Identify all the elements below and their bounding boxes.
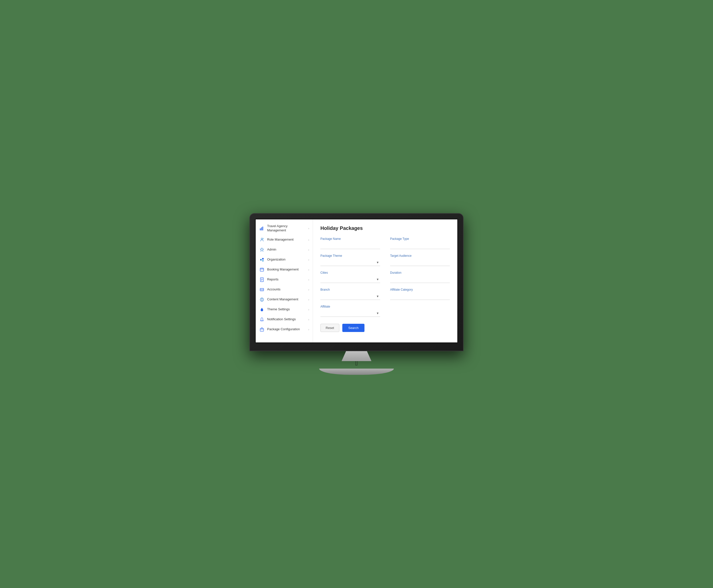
package-name-label: Package Name — [320, 237, 380, 240]
affiliate-select[interactable] — [320, 310, 380, 317]
package-type-group: Package Type — [390, 237, 450, 249]
svg-rect-1 — [261, 227, 262, 230]
search-form: Package Name Package Type Package Theme — [320, 237, 450, 317]
sidebar-item-booking-management[interactable]: Booking Management › — [256, 265, 313, 275]
sidebar-label-admin: Admin — [267, 248, 306, 252]
sidebar-label-content-management: Content Management — [267, 297, 306, 301]
sidebar-label-accounts: Accounts — [267, 288, 306, 292]
svg-rect-17 — [260, 288, 264, 291]
chevron-right-icon: › — [308, 238, 309, 241]
sidebar-item-notification-settings[interactable]: Notification Settings › — [256, 315, 313, 324]
svg-point-3 — [261, 238, 263, 239]
package-theme-group: Package Theme ▼ — [320, 254, 380, 266]
sidebar-item-reports[interactable]: Reports › — [256, 275, 313, 285]
affiliate-category-group: Affiliate Category — [390, 288, 450, 300]
branch-select-wrapper: ▼ — [320, 293, 380, 300]
package-name-input[interactable] — [320, 242, 380, 249]
empty-cell — [390, 305, 450, 317]
sidebar: Travel Agency Management › Role Manageme… — [256, 219, 313, 342]
organization-icon — [259, 257, 265, 262]
duration-label: Duration — [390, 271, 450, 274]
affiliate-category-label: Affiliate Category — [390, 288, 450, 291]
theme-icon — [259, 307, 265, 312]
chevron-right-icon: › — [308, 288, 309, 291]
affiliate-group: Affiliate ▼ — [320, 305, 380, 317]
svg-rect-9 — [260, 268, 264, 271]
sidebar-item-package-configuration[interactable]: Package Configuration › — [256, 324, 313, 334]
monitor-screen: Travel Agency Management › Role Manageme… — [255, 219, 458, 343]
branch-select[interactable] — [320, 293, 380, 300]
target-audience-input[interactable] — [390, 259, 450, 266]
sidebar-item-travel-agency-management[interactable]: Travel Agency Management › — [256, 222, 313, 235]
chevron-right-icon: › — [308, 318, 309, 321]
chevron-right-icon: › — [308, 268, 309, 271]
sidebar-item-admin[interactable]: Admin › — [256, 245, 313, 255]
svg-rect-25 — [260, 329, 264, 331]
sidebar-item-theme-settings[interactable]: Theme Settings › — [256, 304, 313, 315]
sidebar-label-booking-management: Booking Management — [267, 268, 306, 272]
chevron-right-icon: › — [308, 298, 309, 301]
svg-rect-8 — [262, 260, 264, 261]
package-type-label: Package Type — [390, 237, 450, 240]
search-button[interactable]: Search — [342, 324, 365, 332]
chevron-right-icon: › — [308, 328, 309, 331]
svg-rect-0 — [260, 228, 261, 230]
chevron-right-icon: › — [308, 227, 309, 230]
sidebar-label-role-management: Role Management — [267, 237, 306, 242]
affiliate-label: Affiliate — [320, 305, 380, 308]
svg-rect-7 — [262, 258, 264, 259]
notification-icon — [259, 317, 265, 322]
svg-point-4 — [263, 238, 264, 239]
reports-icon — [259, 277, 265, 282]
chevron-right-icon: › — [308, 248, 309, 251]
reset-button[interactable]: Reset — [320, 324, 339, 332]
cities-select-wrapper: ▼ — [320, 276, 380, 283]
duration-input[interactable] — [390, 276, 450, 283]
svg-rect-6 — [260, 259, 262, 260]
sidebar-label-organization: Organization — [267, 257, 306, 262]
svg-rect-2 — [262, 227, 263, 230]
sidebar-label-package-configuration: Package Configuration — [267, 327, 306, 332]
sidebar-item-content-management[interactable]: Content Management › — [256, 295, 313, 304]
form-actions: Reset Search — [320, 324, 450, 332]
main-content: Holiday Packages Package Name Package Ty… — [313, 219, 457, 342]
target-audience-label: Target Audience — [390, 254, 450, 257]
branch-group: Branch ▼ — [320, 288, 380, 300]
sidebar-item-accounts[interactable]: Accounts › — [256, 285, 313, 295]
chevron-right-icon: › — [308, 308, 309, 311]
svg-marker-5 — [260, 248, 264, 251]
package-theme-label: Package Theme — [320, 254, 380, 257]
role-icon — [259, 237, 265, 243]
chevron-right-icon: › — [308, 258, 309, 261]
package-theme-select-wrapper: ▼ — [320, 259, 380, 266]
accounts-icon — [259, 287, 265, 292]
target-audience-group: Target Audience — [390, 254, 450, 266]
page-title: Holiday Packages — [320, 225, 450, 231]
duration-group: Duration — [390, 271, 450, 283]
monitor-stand-neck — [342, 351, 371, 361]
branch-label: Branch — [320, 288, 380, 291]
sidebar-label-theme-settings: Theme Settings — [267, 307, 306, 312]
content-icon — [259, 297, 265, 302]
package-theme-select[interactable] — [320, 259, 380, 266]
affiliate-select-wrapper: ▼ — [320, 310, 380, 317]
sidebar-label-notification-settings: Notification Settings — [267, 317, 306, 321]
admin-icon — [259, 247, 265, 253]
sidebar-item-organization[interactable]: Organization › — [256, 255, 313, 265]
booking-icon — [259, 267, 265, 272]
monitor-wrapper: Travel Agency Management › Role Manageme… — [250, 213, 463, 375]
bar-chart-icon — [259, 226, 265, 231]
sidebar-label-reports: Reports — [267, 277, 306, 282]
package-icon — [259, 327, 265, 332]
package-name-group: Package Name — [320, 237, 380, 249]
monitor-body: Travel Agency Management › Role Manageme… — [250, 213, 463, 351]
monitor-stand-base — [319, 369, 394, 375]
sidebar-item-role-management[interactable]: Role Management › — [256, 235, 313, 245]
chevron-right-icon: › — [308, 278, 309, 281]
cities-label: Cities — [320, 271, 380, 274]
package-type-input[interactable] — [390, 242, 450, 249]
cities-group: Cities ▼ — [320, 271, 380, 283]
cities-select[interactable] — [320, 276, 380, 283]
affiliate-category-input[interactable] — [390, 293, 450, 300]
sidebar-label-travel-agency-management: Travel Agency Management — [267, 224, 306, 233]
